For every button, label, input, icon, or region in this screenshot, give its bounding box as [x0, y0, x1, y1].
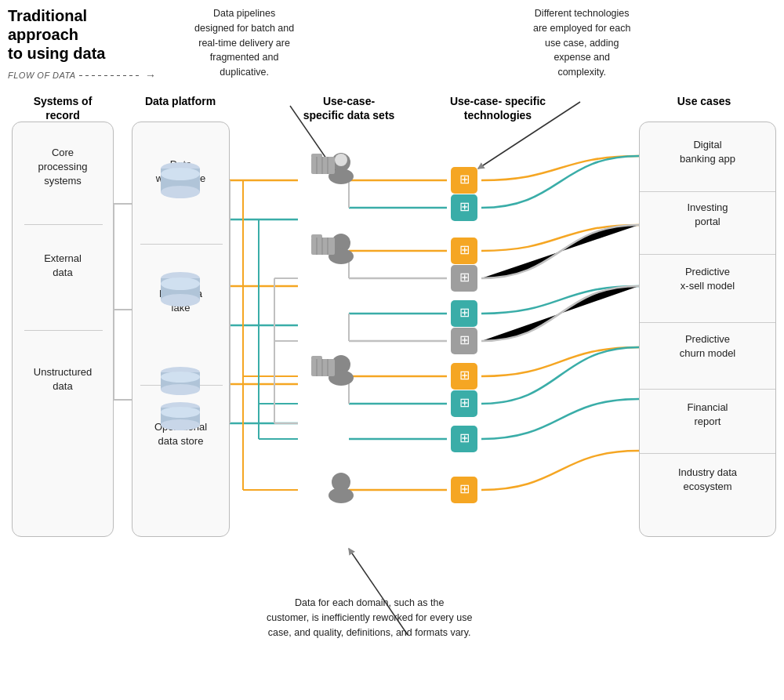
svg-point-15 — [335, 234, 347, 247]
sor-divider-1 — [24, 224, 103, 225]
svg-rect-64 — [451, 390, 477, 417]
svg-rect-11 — [311, 154, 322, 158]
svg-text:⊞: ⊞ — [459, 482, 470, 495]
flow-label: FLOW OF DATA → — [8, 69, 156, 82]
svg-rect-56 — [451, 265, 477, 292]
svg-rect-66 — [451, 426, 477, 452]
svg-point-23 — [335, 356, 347, 368]
svg-text:⊞: ⊞ — [459, 172, 470, 186]
svg-point-6 — [329, 167, 337, 175]
sor-panel: Coreprocessingsystems Externaldata Unstr… — [12, 122, 114, 537]
svg-point-24 — [332, 355, 350, 374]
dp-panel: Datawarehouse Raw datalake Operationalda… — [132, 122, 230, 537]
svg-point-17 — [328, 248, 354, 264]
svg-point-16 — [332, 234, 350, 252]
uc-item-4: Predictivechurn model — [644, 332, 771, 361]
svg-text:⊞: ⊞ — [459, 431, 470, 444]
svg-rect-27 — [311, 356, 322, 361]
uc-panel: Digitalbanking app Investingportal Predi… — [639, 122, 776, 537]
dp-divider-1 — [140, 244, 223, 245]
uc-divider-1 — [640, 191, 775, 192]
svg-rect-58 — [451, 300, 477, 327]
svg-rect-62 — [451, 363, 477, 390]
dp-item-3: Operationaldata store — [136, 420, 225, 448]
sor-divider-2 — [24, 330, 103, 331]
col-header-dp: Data platform — [137, 94, 223, 108]
svg-rect-10 — [311, 157, 335, 174]
uc-divider-3 — [640, 322, 775, 323]
title-line3: to using data — [8, 44, 105, 63]
svg-point-9 — [335, 154, 347, 166]
svg-rect-52 — [451, 194, 477, 221]
uc-item-3: Predictivex-sell model — [644, 265, 771, 293]
dp-item-2: Raw datalake — [136, 287, 225, 315]
col-header-uc: Use cases — [665, 94, 743, 108]
annotation-bottom: Data for each domain, such as the custom… — [267, 596, 472, 640]
sor-item-1: Coreprocessingsystems — [20, 146, 105, 189]
svg-text:⊞: ⊞ — [459, 306, 470, 319]
col-header-tech: Use-case- specific technologies — [447, 94, 549, 122]
title-line1: Traditional — [8, 6, 105, 25]
uc-item-2: Investingportal — [644, 201, 771, 229]
svg-rect-18 — [311, 238, 335, 255]
uc-divider-5 — [640, 453, 775, 454]
svg-point-32 — [332, 473, 350, 491]
svg-point-8 — [328, 169, 354, 184]
svg-point-31 — [335, 473, 347, 486]
svg-rect-68 — [451, 477, 477, 503]
col-header-sor: Systems of record — [16, 94, 110, 122]
col-header-datasets: Use-case- specific data sets — [302, 94, 396, 122]
dp-item-1: Datawarehouse — [136, 158, 225, 186]
svg-point-33 — [328, 488, 354, 503]
title-line2: approach — [8, 25, 105, 44]
uc-item-6: Industry dataecosystem — [644, 466, 771, 494]
uc-divider-4 — [640, 389, 775, 390]
svg-text:⊞: ⊞ — [459, 200, 470, 213]
title-block: Traditional approach to using data — [8, 6, 105, 63]
svg-rect-26 — [311, 359, 335, 376]
svg-text:⊞: ⊞ — [459, 333, 470, 346]
svg-rect-50 — [451, 167, 477, 194]
uc-item-1: Digitalbanking app — [644, 138, 771, 166]
svg-text:⊞: ⊞ — [459, 270, 470, 284]
annotation-top-right: Different technologiesare employed for e… — [533, 6, 630, 80]
dp-divider-2 — [140, 385, 223, 386]
svg-rect-60 — [451, 328, 477, 354]
uc-divider-2 — [640, 254, 775, 255]
sor-item-3: Unstructureddata — [20, 365, 105, 394]
svg-rect-19 — [311, 234, 322, 239]
annotation-top-left: Data pipelinesdesigned for batch andreal… — [194, 6, 294, 80]
svg-point-25 — [328, 370, 354, 386]
svg-text:⊞: ⊞ — [459, 368, 470, 382]
svg-text:⊞: ⊞ — [459, 396, 470, 409]
sor-item-2: Externaldata — [20, 252, 105, 280]
svg-text:⊞: ⊞ — [459, 243, 470, 256]
diagram-container: { "title": { "line1": "Traditional", "li… — [0, 0, 784, 700]
uc-item-5: Financialreport — [644, 401, 771, 429]
svg-point-7 — [332, 153, 350, 172]
svg-rect-54 — [451, 238, 477, 264]
